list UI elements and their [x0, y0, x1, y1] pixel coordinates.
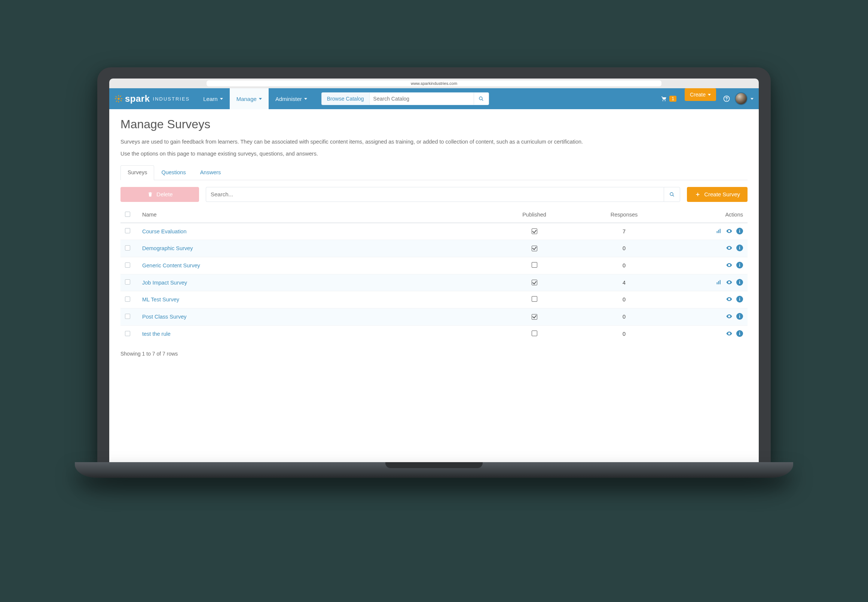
brand-logo-icon [114, 95, 123, 103]
select-all-checkbox[interactable] [125, 212, 130, 217]
catalog-search-input[interactable] [369, 92, 474, 105]
row-checkbox[interactable] [125, 296, 130, 302]
laptop-base [75, 462, 793, 478]
svg-rect-26 [718, 281, 719, 284]
survey-search-input[interactable] [206, 187, 664, 202]
create-button[interactable]: Create [685, 88, 716, 101]
search-icon [478, 95, 485, 102]
row-checkbox[interactable] [125, 280, 130, 284]
nav-manage[interactable]: Manage [230, 88, 269, 109]
laptop-bezel: www.sparkindustries.com spark INDUSTRIES… [97, 67, 771, 462]
eye-icon[interactable] [726, 313, 733, 320]
surveys-table: Name Published Responses Actions Course … [120, 208, 748, 342]
responses-cell: 0 [576, 308, 673, 325]
survey-name-link[interactable]: Post Class Survey [142, 314, 186, 320]
svg-point-24 [729, 264, 730, 266]
plus-icon [694, 191, 701, 198]
nav-manage-label: Manage [237, 96, 257, 102]
create-survey-button[interactable]: Create Survey [687, 187, 748, 202]
tabs: Surveys Questions Answers [120, 165, 748, 180]
chart-icon[interactable] [716, 279, 722, 286]
chart-icon[interactable] [716, 228, 722, 235]
eye-icon[interactable] [726, 228, 733, 235]
col-header-published[interactable]: Published [493, 208, 576, 223]
info-icon[interactable]: i [736, 228, 743, 235]
table-footer-count: Showing 1 to 7 of 7 rows [120, 351, 748, 357]
row-checkbox[interactable] [125, 228, 130, 233]
browse-catalog-button[interactable]: Browse Catalog [322, 92, 369, 105]
info-icon[interactable]: i [736, 330, 743, 337]
row-checkbox[interactable] [125, 331, 130, 336]
svg-rect-20 [718, 230, 719, 233]
published-indicator [532, 330, 537, 336]
nav-learn[interactable]: Learn [196, 88, 229, 109]
catalog-search-group: Browse Catalog [322, 88, 489, 109]
info-icon[interactable]: i [736, 313, 743, 320]
row-checkbox[interactable] [125, 245, 130, 250]
svg-rect-5 [115, 96, 117, 98]
app-viewport: spark INDUSTRIES Learn Manage Administer… [109, 88, 759, 462]
page-body: Manage Surveys Surveys are used to gain … [109, 109, 759, 372]
caret-down-icon [220, 98, 223, 100]
svg-point-30 [729, 316, 730, 317]
svg-rect-21 [720, 229, 720, 233]
brand-sub: INDUSTRIES [153, 96, 190, 102]
responses-cell: 0 [576, 291, 673, 308]
browser-chrome: www.sparkindustries.com [109, 78, 759, 88]
row-checkbox[interactable] [125, 263, 130, 268]
published-indicator [532, 229, 537, 234]
svg-rect-27 [720, 280, 720, 284]
cart[interactable]: 1 [657, 88, 680, 109]
info-icon[interactable]: i [736, 279, 743, 286]
table-row: ML Test Survey0i [120, 291, 748, 308]
survey-name-link[interactable]: Demographic Survey [142, 245, 193, 251]
caret-down-icon [304, 98, 307, 100]
svg-rect-1 [118, 95, 119, 97]
svg-point-9 [479, 97, 482, 100]
responses-cell: 7 [576, 223, 673, 240]
svg-point-23 [729, 247, 730, 248]
col-header-actions: Actions [673, 208, 748, 223]
published-indicator [532, 280, 537, 285]
delete-button[interactable]: Delete [120, 187, 199, 202]
catalog-search-button[interactable] [474, 92, 489, 105]
table-toolbar: Delete Create Survey [120, 187, 748, 202]
col-header-name[interactable]: Name [138, 208, 493, 223]
published-indicator [532, 314, 537, 320]
table-row: Course Evaluation7i [120, 223, 748, 240]
table-row: Job Impact Survey4i [120, 274, 748, 291]
info-icon[interactable]: i [736, 296, 743, 303]
survey-name-link[interactable]: Course Evaluation [142, 229, 187, 235]
survey-name-link[interactable]: test the rule [142, 331, 171, 337]
survey-name-link[interactable]: Job Impact Survey [142, 280, 187, 286]
svg-point-15 [670, 193, 673, 195]
eye-icon[interactable] [726, 244, 733, 251]
svg-point-12 [665, 100, 666, 101]
info-icon[interactable]: i [736, 262, 743, 269]
tab-questions[interactable]: Questions [154, 165, 193, 180]
eye-icon[interactable] [726, 330, 733, 337]
eye-icon[interactable] [726, 296, 733, 303]
tab-answers[interactable]: Answers [193, 165, 228, 180]
svg-point-29 [729, 298, 730, 299]
tab-surveys[interactable]: Surveys [120, 165, 154, 180]
svg-point-11 [663, 100, 663, 101]
eye-icon[interactable] [726, 279, 733, 286]
user-menu[interactable] [733, 88, 759, 109]
row-checkbox[interactable] [125, 314, 130, 319]
survey-name-link[interactable]: Generic Content Survey [142, 263, 200, 269]
svg-line-10 [482, 100, 483, 101]
help-button[interactable] [720, 88, 733, 109]
svg-point-14 [726, 100, 727, 101]
survey-search-group [206, 187, 680, 202]
eye-icon[interactable] [726, 262, 733, 269]
nav-administer[interactable]: Administer [269, 88, 314, 109]
survey-name-link[interactable]: ML Test Survey [142, 296, 179, 303]
brand[interactable]: spark INDUSTRIES [109, 88, 196, 109]
create-survey-label: Create Survey [704, 191, 740, 197]
survey-search-button[interactable] [664, 187, 680, 202]
col-header-responses[interactable]: Responses [576, 208, 673, 223]
svg-rect-8 [116, 100, 118, 102]
info-icon[interactable]: i [736, 244, 743, 251]
published-indicator [532, 296, 537, 302]
